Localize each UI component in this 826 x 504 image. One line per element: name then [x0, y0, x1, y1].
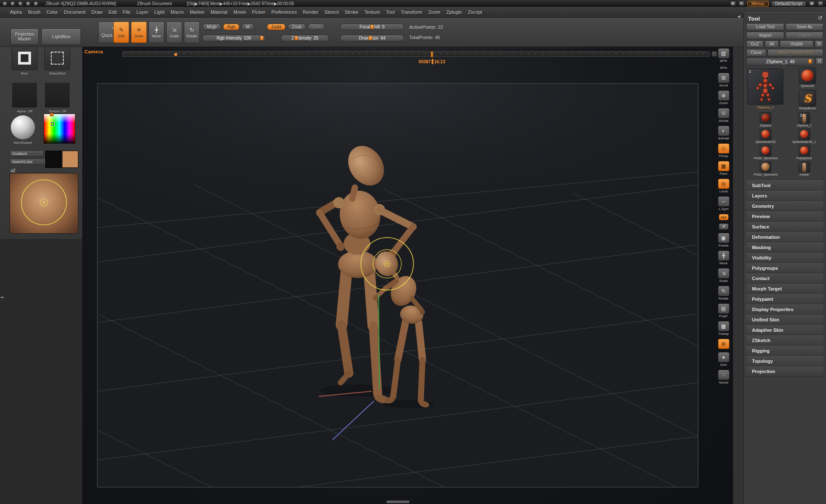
goz-button[interactable]: GoZ — [746, 40, 764, 48]
palette-section-header[interactable]: Masking — [746, 242, 823, 253]
tool-thumbnail[interactable]: Sphereinder3D — [746, 129, 785, 143]
right-shelf-button[interactable]: ∷ Xpose — [718, 370, 730, 384]
secondary-color-swatch[interactable] — [62, 151, 78, 168]
menu-item[interactable]: Alpha — [7, 8, 25, 16]
tool-thumbnail[interactable]: Sphere3D — [789, 68, 826, 87]
refresh-icon[interactable]: ↺ — [818, 15, 823, 21]
menu-item[interactable]: Material — [208, 8, 230, 16]
focal-shift-slider[interactable]: Focal Shift 0 — [340, 24, 404, 30]
slider-handle[interactable] — [368, 36, 372, 40]
palette-section-header[interactable]: Unified Skin — [746, 315, 823, 325]
slider-handle[interactable] — [370, 25, 374, 29]
right-shelf-button[interactable]: SPix — [720, 66, 727, 70]
import-button[interactable]: Import — [746, 32, 784, 39]
right-shelf-button[interactable]: ⊙ Actual — [718, 108, 730, 123]
palette-section-header[interactable]: Projection — [746, 366, 823, 377]
slider-handle[interactable] — [295, 36, 298, 40]
rgb-intensity-slider[interactable]: Rgb Intensity 100 — [202, 35, 265, 41]
goz-all-button[interactable]: All — [765, 40, 779, 48]
menu-item[interactable]: File — [120, 8, 134, 16]
gradient-button[interactable]: Gradient — [9, 150, 44, 157]
menu-item[interactable]: Layer — [134, 8, 152, 16]
menu-item[interactable]: Zplugin — [443, 8, 465, 16]
menu-item[interactable]: Texture — [361, 8, 383, 16]
main-color-swatch[interactable] — [45, 151, 62, 168]
sculpt-mode-button[interactable]: Zsub — [288, 24, 306, 30]
menu-item[interactable]: Draw — [88, 8, 106, 16]
mode-button[interactable]: ✎ Edit — [113, 22, 129, 43]
menu-item[interactable]: Render — [300, 8, 321, 16]
palette-section-header[interactable]: Polygroups — [746, 263, 823, 273]
menu-item[interactable]: Stroke — [342, 8, 361, 16]
palette-section-header[interactable]: Visibility — [746, 253, 823, 263]
mode-button[interactable]: ↻ Rotate — [184, 22, 200, 43]
palette-lines-icon[interactable]: ‖‖ — [817, 1, 823, 6]
picker-hue-marker[interactable] — [50, 113, 53, 116]
palette-section-header[interactable]: Morph Target — [746, 284, 823, 294]
tool-thumbnail[interactable]: PolySphere — [785, 145, 824, 160]
pen-icon[interactable] — [34, 1, 38, 6]
menu-item[interactable]: Transform — [397, 8, 425, 16]
palette-section-header[interactable]: Layers — [746, 191, 823, 201]
window-ball-icon[interactable] — [3, 1, 7, 6]
palette-section-header[interactable]: Geometry — [746, 201, 823, 211]
right-shelf-button[interactable]: xyz — [719, 214, 729, 220]
sculpt-mode-button[interactable]: Zadd — [267, 24, 286, 30]
window-ball-icon[interactable] — [10, 1, 15, 6]
layout-rows-icon[interactable]: ▤ — [739, 1, 745, 6]
draw-size-slider[interactable]: Draw Size 64 — [340, 35, 404, 41]
export-button[interactable]: Export — [786, 32, 823, 39]
right-shelf-button[interactable]: ⇔ L.Sym — [718, 196, 730, 211]
right-shelf-button[interactable]: ⊞ Scroll — [718, 73, 730, 87]
palette-section-header[interactable]: Preview — [746, 211, 823, 222]
right-shelf-button[interactable]: ● Solo — [718, 352, 730, 367]
mode-button[interactable]: ✳ Draw — [131, 22, 147, 43]
current-tool-slider[interactable]: ZSphere_1. 49 — [746, 58, 814, 65]
right-shelf-button[interactable]: ▤ PolyF — [718, 303, 730, 318]
slider-handle[interactable] — [260, 36, 264, 40]
timeline-track[interactable]: 00387 16:13 — [122, 51, 710, 57]
camera-track-label[interactable]: Camera — [84, 49, 103, 54]
palette-grid-icon[interactable]: ▦ — [809, 1, 815, 6]
palette-section-header[interactable]: Rigging — [746, 346, 823, 356]
right-shelf-button[interactable]: ╋ Move — [718, 250, 730, 265]
palette-section-header[interactable]: Polypaint — [746, 294, 823, 304]
goz-r-button[interactable]: R — [815, 40, 823, 48]
tool-r-button[interactable]: R — [816, 58, 823, 65]
load-tool-button[interactable]: Load Tool — [746, 23, 784, 31]
right-shelf-button[interactable]: ◎ Local — [718, 179, 730, 193]
right-shelf-button[interactable]: ⊚ — [718, 339, 730, 349]
save-as-button[interactable]: Save As — [786, 23, 823, 31]
menu-item[interactable]: Zoom — [425, 8, 443, 16]
right-shelf-button[interactable]: ◐ AAHalf — [718, 126, 730, 140]
menu-item[interactable]: Edit — [106, 8, 120, 16]
palette-section-header[interactable]: ZSketch — [746, 335, 823, 346]
tool-thumbnail[interactable]: Sphereinder3D_1 — [785, 129, 824, 143]
paint-mode-button[interactable]: M — [242, 24, 254, 30]
palette-section-header[interactable]: Contact — [746, 273, 823, 284]
lightbox-button[interactable]: LightBox — [41, 28, 81, 45]
paint-mode-button[interactable]: Mrgb — [202, 24, 221, 30]
palette-section-header[interactable]: Adaptive Skin — [746, 325, 823, 335]
menu-item[interactable]: Movie — [230, 8, 249, 16]
panel-collapse-arrow[interactable]: ◀ — [737, 14, 740, 19]
tool-thumbnail[interactable]: SimpleBrush — [789, 90, 826, 110]
palette-section-header[interactable]: Topology — [746, 356, 823, 366]
right-shelf-button[interactable]: ⊕ Zoom — [718, 90, 730, 105]
selectrect-stroke-button[interactable] — [44, 46, 70, 70]
tool-thumbnail[interactable]: PM3D_Sphereind — [746, 145, 785, 160]
menu-item[interactable]: Stencil — [321, 8, 342, 16]
projection-master-button[interactable]: Projection Master — [10, 28, 39, 45]
sculpt-mode-button[interactable]: Zcut — [308, 24, 325, 30]
picker-selector[interactable] — [51, 122, 54, 126]
switch-color-button[interactable]: SwitchColor — [9, 158, 49, 165]
left-divider-handle[interactable]: ◂▸ — [0, 295, 4, 299]
layout-grid-icon[interactable]: ▦ — [730, 1, 736, 6]
rect-stroke-button[interactable] — [12, 46, 37, 70]
mode-button[interactable]: ╋ Move — [149, 22, 165, 43]
timeline-keyframe-dot[interactable] — [174, 53, 177, 56]
menu-item[interactable]: Macro — [168, 8, 187, 16]
timeline-playhead[interactable] — [431, 51, 433, 57]
alpha-slot[interactable] — [12, 82, 37, 108]
palette-section-header[interactable]: Deformation — [746, 232, 823, 242]
